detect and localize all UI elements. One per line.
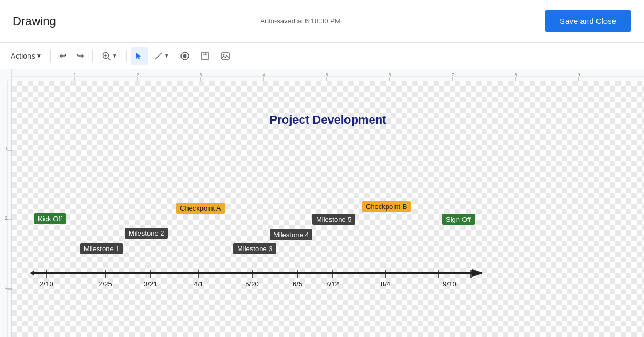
milestone-5-label: Milestone 5 (312, 214, 355, 225)
select-tool[interactable] (131, 47, 148, 65)
zoom-button[interactable]: ▼ (97, 47, 122, 65)
line-tool[interactable]: ▼ (150, 47, 174, 65)
svg-text:3/21: 3/21 (144, 280, 157, 288)
line-chevron-icon: ▼ (164, 53, 169, 59)
svg-text:2/25: 2/25 (98, 280, 112, 288)
header: Drawing Auto-saved at 6:18:30 PM Save an… (0, 0, 644, 43)
checkpoint-a-label: Checkpoint A (176, 203, 225, 214)
milestone-1-label: Milestone 1 (80, 243, 123, 254)
svg-text:7: 7 (451, 72, 454, 77)
image-tool[interactable] (216, 47, 234, 65)
drawing-canvas[interactable]: Project Development (12, 81, 644, 337)
svg-text:2: 2 (136, 72, 139, 77)
svg-text:2: 2 (5, 215, 7, 221)
textbox-icon (200, 51, 210, 61)
zoom-icon (101, 51, 111, 61)
svg-line-1 (108, 58, 110, 60)
checkpoint-b-label: Checkpoint B (362, 201, 411, 212)
app-title: Drawing (13, 14, 56, 28)
timeline-svg: 2/10 2/25 3/21 4/1 5/20 6/5 7/12 8/4 9/1… (12, 81, 644, 337)
svg-text:7/12: 7/12 (325, 280, 339, 288)
svg-text:6: 6 (388, 72, 391, 77)
milestone-4-label: Milestone 4 (270, 229, 312, 240)
sign-off-label: Sign Off (442, 214, 475, 225)
toolbar-divider-2 (92, 50, 93, 62)
svg-text:4: 4 (262, 72, 265, 77)
svg-marker-4 (136, 53, 141, 59)
actions-chevron-icon: ▼ (36, 53, 42, 59)
milestone-2-label: Milestone 2 (125, 228, 168, 239)
milestone-3-label: Milestone 3 (233, 243, 276, 254)
redo-button[interactable]: ↪ (73, 47, 88, 65)
comment-icon (180, 51, 190, 61)
line-icon (154, 52, 163, 60)
toolbar-divider-3 (126, 50, 127, 62)
zoom-chevron-icon: ▼ (112, 53, 117, 59)
image-icon (221, 51, 230, 61)
canvas-area: 1 2 3 4 5 6 7 8 9 1 2 3 (0, 69, 644, 337)
textbox-tool[interactable] (196, 47, 214, 65)
ruler-vertical: 1 2 3 (0, 81, 12, 337)
toolbar-divider-1 (50, 50, 51, 62)
actions-label: Actions (11, 52, 35, 60)
select-icon (135, 52, 144, 60)
toolbar: Actions ▼ ↩ ↪ ▼ (0, 43, 644, 69)
svg-text:1: 1 (5, 146, 7, 151)
svg-text:5: 5 (325, 72, 328, 77)
undo-icon: ↩ (59, 51, 66, 61)
svg-text:4/1: 4/1 (194, 280, 203, 288)
ruler-horizontal: 1 2 3 4 5 6 7 8 9 (12, 69, 644, 81)
svg-text:9: 9 (577, 72, 580, 77)
save-close-button[interactable]: Save and Close (545, 10, 631, 32)
svg-point-7 (183, 54, 186, 58)
svg-text:8: 8 (514, 72, 517, 77)
ruler-corner (0, 69, 12, 81)
svg-marker-41 (30, 270, 34, 276)
redo-icon: ↪ (77, 51, 84, 61)
svg-text:9/10: 9/10 (443, 280, 456, 288)
svg-rect-11 (222, 53, 229, 59)
svg-text:8/4: 8/4 (381, 280, 390, 288)
comment-tool[interactable] (176, 47, 194, 65)
svg-text:3: 3 (5, 285, 7, 290)
svg-line-5 (155, 53, 162, 59)
svg-text:1: 1 (73, 72, 76, 77)
kick-off-label: Kick Off (34, 213, 66, 224)
actions-menu[interactable]: Actions ▼ (6, 47, 46, 65)
undo-button[interactable]: ↩ (55, 47, 70, 65)
svg-text:6/5: 6/5 (293, 280, 302, 288)
svg-point-12 (223, 54, 224, 55)
svg-text:3: 3 (199, 72, 202, 77)
svg-text:2/10: 2/10 (40, 280, 53, 288)
svg-text:5/20: 5/20 (245, 280, 258, 288)
autosave-status: Auto-saved at 6:18:30 PM (56, 17, 545, 25)
